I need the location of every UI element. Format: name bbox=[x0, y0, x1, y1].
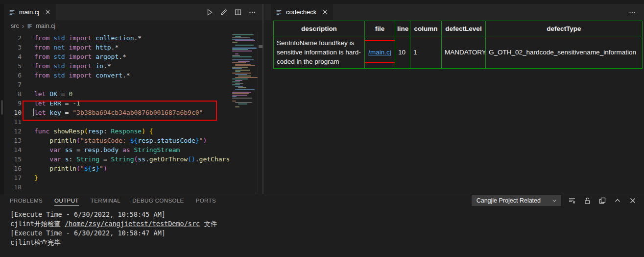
edit-pencil-icon[interactable] bbox=[219, 8, 228, 17]
line-text: var s: String = String(ss.getOrThrow().g… bbox=[22, 154, 234, 164]
output-console[interactable]: [Execute Time - 6/30/2022, 10:58:45 AM]c… bbox=[0, 207, 644, 247]
panel-tab-terminal[interactable]: TERMINAL bbox=[85, 194, 126, 207]
code-line[interactable]: 4from std import argopt.* bbox=[4, 52, 262, 61]
code-line[interactable]: 18 bbox=[4, 182, 262, 192]
panel-tabs: PROBLEMSOUTPUTTERMINALDEBUG CONSOLEPORTS bbox=[0, 194, 222, 207]
code-line[interactable]: 7 bbox=[4, 80, 262, 89]
panel-tab-ports[interactable]: PORTS bbox=[190, 194, 222, 207]
line-number: 12 bbox=[4, 127, 22, 136]
open-output-in-editor-icon[interactable] bbox=[598, 196, 607, 205]
cell-line: 10 bbox=[395, 36, 410, 69]
activity-bar-edge bbox=[0, 4, 4, 194]
breadcrumb-folder[interactable]: src bbox=[11, 23, 19, 29]
code-line[interactable]: 15 var s: String = String(ss.getOrThrow(… bbox=[4, 154, 262, 164]
tab-label: codecheck bbox=[286, 8, 316, 16]
code-line[interactable]: 14 var ss = resp.body as StringStream bbox=[4, 145, 262, 154]
cell-description: SenInfoName found!key is sensitive infor… bbox=[274, 36, 365, 69]
panel-tab-output[interactable]: OUTPUT bbox=[48, 194, 85, 207]
line-text: let ERR = -1 bbox=[22, 99, 80, 108]
close-panel-icon[interactable] bbox=[628, 196, 637, 205]
minimap[interactable] bbox=[230, 32, 258, 194]
clear-output-icon[interactable] bbox=[568, 196, 576, 205]
maximize-panel-chevron-up-icon[interactable] bbox=[613, 196, 622, 205]
line-number: 17 bbox=[4, 173, 22, 182]
file-icon bbox=[9, 9, 16, 16]
close-icon[interactable] bbox=[45, 9, 51, 15]
split-editor-icon[interactable] bbox=[234, 8, 242, 17]
text-cursor bbox=[33, 108, 34, 116]
panel-actions: Cangjie Project Related bbox=[472, 195, 644, 206]
line-text: var ss = resp.body as StringStream bbox=[22, 145, 180, 154]
column-header-defectLevel: defectLevel bbox=[442, 21, 486, 36]
bottom-panel: PROBLEMSOUTPUTTERMINALDEBUG CONSOLEPORTS… bbox=[0, 194, 644, 257]
column-header-description: description bbox=[274, 21, 365, 36]
tab-label: main.cj bbox=[19, 8, 39, 16]
more-actions-icon[interactable] bbox=[248, 8, 257, 17]
breadcrumb-file[interactable]: main.cj bbox=[36, 23, 55, 29]
line-number: 6 bbox=[4, 71, 22, 80]
panel-header: PROBLEMSOUTPUTTERMINALDEBUG CONSOLEPORTS… bbox=[0, 194, 644, 207]
line-text: from std import convert.* bbox=[22, 71, 130, 80]
close-icon[interactable] bbox=[322, 9, 328, 15]
tab-codecheck[interactable]: codecheck bbox=[271, 4, 333, 20]
unlock-icon[interactable] bbox=[583, 196, 592, 205]
title-bar bbox=[0, 0, 644, 4]
tab-main-cj[interactable]: main.cj bbox=[4, 4, 56, 20]
line-number: 7 bbox=[4, 80, 22, 89]
code-line[interactable]: 16 println("${s}") bbox=[4, 164, 262, 173]
panel-tab-debug-console[interactable]: DEBUG CONSOLE bbox=[126, 194, 190, 207]
vscode-window: main.cj src bbox=[0, 0, 644, 257]
chevron-right-icon: › bbox=[22, 22, 24, 30]
panel-tab-problems[interactable]: PROBLEMS bbox=[4, 194, 48, 207]
line-number: 11 bbox=[4, 117, 22, 127]
code-line[interactable]: 8let OK = 0 bbox=[4, 89, 262, 99]
line-text: from net import http.* bbox=[22, 43, 119, 52]
code-line[interactable]: 2from std import collection.* bbox=[4, 33, 262, 43]
output-channel-select[interactable]: Cangjie Project Related bbox=[472, 195, 561, 206]
cell-file: /main.cj bbox=[365, 36, 395, 69]
more-actions-icon[interactable] bbox=[628, 4, 644, 20]
code-editor[interactable]: 2from std import collection.*3from net i… bbox=[4, 32, 262, 194]
code-line[interactable]: 3from net import http.* bbox=[4, 43, 262, 52]
code-line[interactable]: 12func showResp(resp: Response) { bbox=[4, 127, 262, 136]
code-line[interactable]: 6from std import convert.* bbox=[4, 71, 262, 80]
line-number: 10 bbox=[4, 108, 22, 117]
column-header-file: file bbox=[365, 21, 395, 36]
line-number: 14 bbox=[4, 145, 22, 154]
run-icon[interactable] bbox=[205, 8, 214, 17]
code-line[interactable]: 5from std import io.* bbox=[4, 61, 262, 71]
line-number: 3 bbox=[4, 43, 22, 52]
code-line[interactable]: 13 println("statusCode: ${resp.statusCod… bbox=[4, 136, 262, 145]
chevron-down-icon bbox=[551, 198, 557, 204]
line-number: 2 bbox=[4, 33, 22, 43]
output-path-link[interactable]: /home/zsy/cangjietest/testDemo/src bbox=[65, 220, 200, 228]
line-number: 18 bbox=[4, 182, 22, 192]
column-header-defectType: defectType bbox=[486, 21, 643, 36]
line-text bbox=[22, 182, 34, 192]
line-number: 15 bbox=[4, 154, 22, 164]
editor-tab-bar: main.cj bbox=[4, 4, 262, 20]
scrollbar-thumb[interactable] bbox=[259, 45, 262, 48]
line-text: let key = "3b38ba694cb34ab0876b001687a6b… bbox=[22, 108, 203, 117]
file-link[interactable]: /main.cj bbox=[368, 49, 391, 56]
editor-group: main.cj src bbox=[4, 4, 263, 194]
code-line[interactable]: 9let ERR = -1 bbox=[4, 99, 262, 108]
editor-scrollbar[interactable] bbox=[258, 32, 262, 194]
activity-bar-marker bbox=[1, 100, 3, 115]
line-text: } bbox=[22, 173, 38, 182]
line-text: println("statusCode: ${resp.statusCode}"… bbox=[22, 136, 207, 145]
code-lines: 2from std import collection.*3from net i… bbox=[4, 32, 262, 192]
code-line[interactable]: 10let key = "3b38ba694cb34ab0876b001687a… bbox=[4, 108, 262, 117]
cell-defectLevel: MANDATORY bbox=[442, 36, 486, 69]
code-line[interactable]: 17} bbox=[4, 173, 262, 182]
column-header-column: column bbox=[410, 21, 442, 36]
line-number: 9 bbox=[4, 99, 22, 108]
output-line: cjlint检查完毕 bbox=[10, 238, 644, 247]
code-line[interactable]: 11 bbox=[4, 117, 262, 127]
line-number: 5 bbox=[4, 61, 22, 71]
codecheck-tab-bar: codecheck bbox=[264, 4, 644, 20]
file-icon bbox=[27, 23, 33, 29]
output-line: cjlint开始检查 /home/zsy/cangjietest/testDem… bbox=[10, 219, 644, 229]
cell-column: 1 bbox=[410, 36, 442, 69]
line-text: from std import collection.* bbox=[22, 33, 142, 43]
